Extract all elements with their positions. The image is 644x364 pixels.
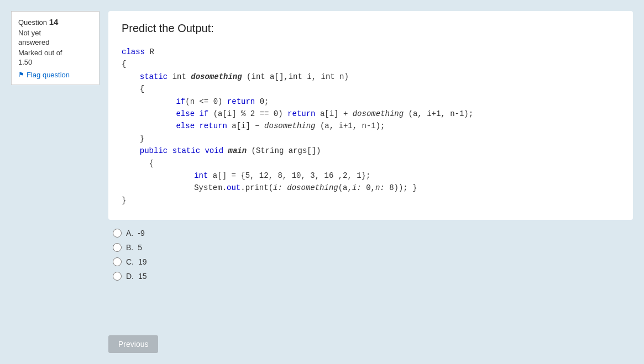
dosomething-call2: dosomething	[264, 122, 315, 130]
answer-b-label: B.	[126, 243, 133, 252]
kw-void: void	[205, 146, 223, 155]
code-block: class R { static int dosomething (int a[…	[122, 44, 620, 209]
code-line-4: {	[130, 83, 620, 95]
dosomething-call3: dosomething	[287, 183, 338, 192]
main-params: (String args[])	[252, 146, 321, 155]
main-method: main	[228, 146, 247, 155]
radio-b[interactable]	[113, 243, 122, 252]
question-title: Predict the Output:	[122, 22, 620, 35]
kw-return2: return	[287, 109, 315, 118]
kw-if2: if	[199, 109, 208, 118]
code-line-13: }	[122, 194, 620, 207]
call3-end: 8)); }	[385, 183, 417, 192]
answer-option-b[interactable]: B. 5	[113, 243, 629, 252]
answer-a-value: -9	[138, 229, 144, 238]
code-line-11: int a[] = {5, 12, 8, 10, 3, 16 ,2, 1};	[157, 170, 620, 182]
kw-class: class	[122, 48, 145, 56]
code-line-9: public static void main (String args[])	[130, 145, 620, 157]
question-number: 14	[49, 17, 59, 27]
print-text: .print(	[240, 183, 273, 192]
code-line-10: {	[130, 157, 620, 170]
kw-public: public	[140, 146, 167, 155]
array-decl: a[] = {5, 12, 8, 10, 3, 16 ,2, 1};	[213, 171, 371, 180]
return-val1: 0;	[255, 97, 269, 106]
i-param2: i:	[352, 183, 362, 192]
flag-icon: ⚑	[18, 71, 24, 78]
marked-text: Marked out of	[18, 49, 62, 57]
code-line-6: else if (a[i] % 2 == 0) return a[i] + do…	[148, 108, 620, 120]
answer-d-label: D.	[126, 272, 134, 281]
if-cond1: (n <= 0)	[185, 97, 227, 106]
code-line-12: System.out.print(i: dosomething(a,i: 0,n…	[157, 182, 620, 194]
main-content: Predict the Output: class R { static int…	[108, 11, 633, 353]
answer-c-label: C.	[126, 257, 134, 266]
answer-c-value: 19	[138, 257, 147, 266]
marked-label: Marked out of 1.50	[18, 49, 92, 67]
radio-a[interactable]	[113, 229, 122, 238]
answer-option-a[interactable]: A. -9	[113, 229, 629, 238]
code-line-5: if(n <= 0) return 0;	[148, 96, 620, 108]
status-line: Not yet answered	[18, 29, 92, 48]
answer-option-d[interactable]: D. 15	[113, 272, 629, 281]
return-expr3: a[i] −	[232, 122, 264, 130]
code-line-1: class R	[122, 46, 620, 58]
kw-else2: else	[176, 122, 195, 130]
return-expr2: a[i] +	[320, 109, 353, 118]
kw-int: int	[172, 72, 191, 81]
kw-return1: return	[227, 97, 255, 106]
sidebar: Question 14 Not yet answered Marked out …	[11, 11, 100, 353]
marked-value: 1.50	[18, 58, 32, 66]
code-line-3: static int dosomething (int a[],int i, i…	[130, 71, 620, 83]
call2-params: (a, i+1, n-1);	[320, 122, 385, 130]
answer-option-c[interactable]: C. 19	[113, 257, 629, 266]
question-card: Predict the Output: class R { static int…	[108, 11, 633, 220]
code-line-8: }	[130, 133, 620, 145]
answer-d-value: 15	[138, 272, 147, 281]
question-text: Question	[18, 18, 47, 27]
bottom-nav: Previous	[108, 330, 633, 353]
code-line-2: {	[122, 58, 620, 70]
method-name: dosomething	[191, 72, 242, 81]
answer-a-label: A.	[126, 229, 133, 238]
method-params: (int a[],int i, int n)	[247, 72, 349, 81]
kw-return3: return	[199, 122, 227, 130]
status-line1: Not yet	[18, 29, 41, 37]
call3-params: (a,	[338, 183, 352, 192]
call1-params: (a, i+1, n-1);	[409, 109, 474, 118]
question-info-box: Question 14 Not yet answered Marked out …	[11, 11, 100, 85]
code-line-7: else return a[i] − dosomething (a, i+1, …	[148, 120, 620, 132]
answer-b-value: 5	[138, 243, 142, 252]
n-param: n:	[375, 183, 385, 192]
kw-if1: if	[176, 97, 185, 106]
radio-c[interactable]	[113, 257, 122, 266]
system-text: System.	[194, 183, 227, 192]
kw-int2: int	[194, 171, 208, 180]
i-param: i:	[273, 183, 287, 192]
answers-section: A. -9 B. 5 C. 19 D. 15	[108, 229, 633, 281]
if-cond2: (a[i] % 2 == 0)	[213, 109, 287, 118]
class-name: R	[149, 48, 154, 56]
radio-d[interactable]	[113, 272, 122, 281]
question-label: Question 14	[18, 17, 92, 27]
kw-static: static	[140, 72, 167, 81]
status-line2: answered	[18, 38, 49, 46]
call3-rest: 0,	[362, 183, 375, 192]
flag-label: Flag question	[27, 71, 70, 79]
kw-else1: else	[176, 109, 195, 118]
flag-question-link[interactable]: ⚑ Flag question	[18, 71, 92, 79]
previous-button[interactable]: Previous	[108, 335, 158, 353]
kw-static2: static	[172, 146, 200, 155]
dosomething-call1: dosomething	[353, 109, 404, 118]
out-kw: out	[227, 183, 240, 192]
